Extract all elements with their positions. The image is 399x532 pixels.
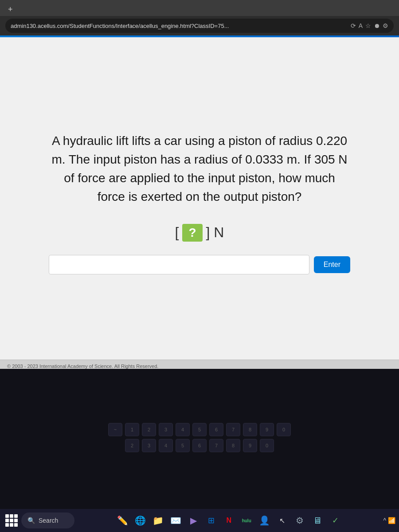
key-0[interactable]: 0 (260, 439, 274, 452)
check-icon: ✓ (332, 516, 339, 525)
question-mark: ? (182, 224, 202, 242)
taskbar-app-check[interactable]: ✓ (327, 512, 343, 528)
question-text: A hydraulic lift lifts a car using a pis… (49, 132, 350, 206)
browser-chrome: + admin130.acellus.com/StudentFunctions/… (0, 0, 399, 35)
favorites-icon[interactable]: ☆ (365, 22, 371, 29)
key-2[interactable]: 2 (142, 423, 156, 436)
key-5[interactable]: 5 (192, 423, 207, 436)
hulu-icon: hulu (242, 518, 251, 523)
key-5[interactable]: 5 (176, 439, 190, 452)
search-label: Search (39, 517, 58, 524)
mail-icon: ✉️ (170, 515, 181, 526)
question-area: A hydraulic lift lifts a car using a pis… (0, 37, 399, 360)
netflix-icon: N (226, 516, 231, 524)
edge-icon: 🌐 (135, 515, 146, 526)
taskbar-app-media[interactable]: ▶ (185, 512, 201, 528)
bracket-open: [ (175, 224, 179, 241)
key-2[interactable]: 2 (125, 439, 139, 452)
taskbar-search[interactable]: 🔍 Search (21, 512, 74, 528)
key-7[interactable]: 7 (209, 439, 223, 452)
keyboard-row-numbers: ~ 1 2 3 4 5 6 7 8 9 0 (108, 423, 291, 436)
pencil-icon: ✏️ (117, 515, 128, 526)
key-1[interactable]: 1 (125, 423, 139, 436)
taskbar-app-hulu[interactable]: hulu (239, 512, 254, 528)
key-4[interactable]: 4 (176, 423, 190, 436)
system-tray: ^ 📶 (383, 517, 395, 524)
key-3[interactable]: 3 (142, 439, 156, 452)
key-7[interactable]: 7 (226, 423, 240, 436)
address-bar[interactable]: admin130.acellus.com/StudentFunctions/In… (5, 19, 394, 33)
monitor-icon: 🖥 (313, 516, 322, 526)
taskbar-app-folder[interactable]: 📁 (150, 512, 166, 528)
url-text: admin130.acellus.com/StudentFunctions/In… (11, 23, 348, 29)
url-domain: admin130.acellus.com (11, 23, 68, 29)
search-icon: 🔍 (27, 517, 35, 524)
taskbar-apps: ✏️ 🌐 📁 ✉️ ▶ ⊞ N hulu 👤 ↖ ⚙ (76, 512, 381, 528)
key-9[interactable]: 9 (243, 439, 257, 452)
read-mode-icon[interactable]: A (359, 22, 363, 29)
taskbar-app-edge[interactable]: 🌐 (132, 512, 148, 528)
folder-icon: 📁 (153, 515, 164, 526)
windows-logo (5, 514, 18, 527)
answer-input[interactable] (49, 255, 309, 274)
key-9[interactable]: 9 (260, 423, 274, 436)
taskbar-app-pencil[interactable]: ✏️ (114, 512, 130, 528)
copyright-text: © 2003 - 2023 International Academy of S… (7, 364, 158, 369)
start-button[interactable] (4, 512, 20, 528)
taskbar-app-monitor[interactable]: 🖥 (309, 512, 325, 528)
taskbar-app-person[interactable]: 👤 (256, 512, 272, 528)
record-icon[interactable]: ⏺ (374, 22, 380, 29)
taskbar-app-windows[interactable]: ⊞ (203, 512, 219, 528)
refresh-icon[interactable]: ⟳ (351, 22, 356, 29)
key-4[interactable]: 4 (159, 439, 173, 452)
key-6[interactable]: 6 (192, 439, 207, 452)
taskbar-app-settings[interactable]: ⚙ (292, 512, 308, 528)
browser-content: A hydraulic lift lifts a car using a pis… (0, 37, 399, 372)
keyboard-area: ~ 1 2 3 4 5 6 7 8 9 0 2 3 4 5 6 7 8 9 0 (0, 369, 399, 509)
chevron-up-icon[interactable]: ^ (383, 517, 386, 524)
taskbar-app-netflix[interactable]: N (221, 512, 237, 528)
network-icon[interactable]: 📶 (388, 517, 395, 524)
key-6[interactable]: 6 (209, 423, 223, 436)
cursor-icon: ↖ (279, 516, 285, 525)
input-row: Enter (49, 255, 350, 274)
browser-settings-icon[interactable]: ⚙ (383, 22, 388, 29)
enter-button[interactable]: Enter (314, 256, 350, 273)
key-8[interactable]: 8 (243, 423, 257, 436)
address-bar-icons: ⟳ A ☆ ⏺ ⚙ (351, 22, 388, 29)
person-icon: 👤 (259, 515, 270, 526)
key-3[interactable]: 3 (159, 423, 173, 436)
key-0[interactable]: 0 (277, 423, 291, 436)
taskbar: 🔍 Search ✏️ 🌐 📁 ✉️ ▶ ⊞ N hulu 👤 (0, 509, 399, 532)
address-bar-row: admin130.acellus.com/StudentFunctions/In… (0, 16, 399, 35)
taskbar-app-cursor[interactable]: ↖ (274, 512, 290, 528)
windows-store-icon: ⊞ (208, 516, 215, 525)
keyboard-row-letters: 2 3 4 5 6 7 8 9 0 (125, 439, 274, 452)
tab-bar: + (0, 0, 399, 16)
gear-icon: ⚙ (296, 515, 304, 526)
key-tilde[interactable]: ~ (108, 423, 122, 436)
url-path: /StudentFunctions/Interface/acellus_engi… (68, 23, 229, 29)
new-tab-button[interactable]: + (4, 3, 16, 16)
answer-display: [ ? ] N (175, 224, 224, 242)
key-8[interactable]: 8 (226, 439, 240, 452)
media-icon: ▶ (190, 515, 197, 526)
taskbar-app-mail[interactable]: ✉️ (168, 512, 184, 528)
bracket-close: ] N (206, 224, 224, 241)
